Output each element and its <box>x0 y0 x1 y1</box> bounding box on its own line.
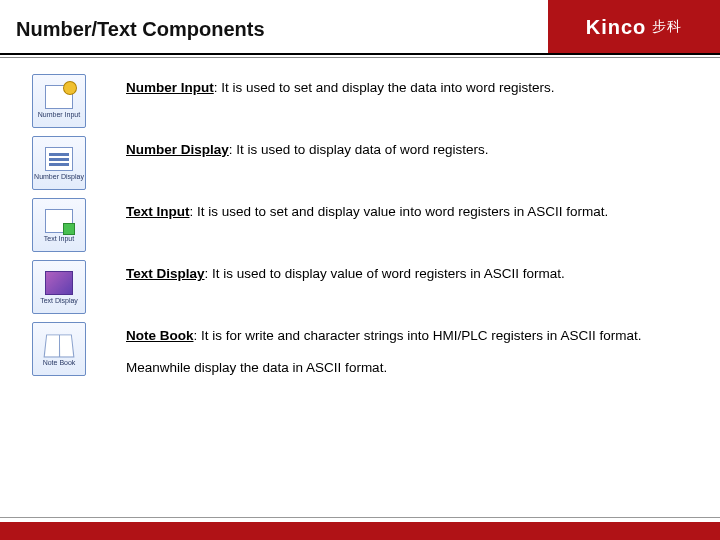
icon-caption: Number Display <box>34 173 84 180</box>
brand-text: Kinco <box>586 16 647 39</box>
header-rule-top <box>0 53 720 55</box>
component-text: Number Display: It is used to display da… <box>126 134 720 166</box>
term-desc: : It is used to display value of word re… <box>205 266 565 281</box>
term-desc: : It is used to set and display the data… <box>214 80 555 95</box>
term-label: Text Input <box>126 204 190 219</box>
term-desc: : It is used to display data of word reg… <box>229 142 489 157</box>
number-input-icon: Number Input <box>32 74 86 128</box>
text-input-icon: Text Input <box>32 198 86 252</box>
brand-cjk: 步科 <box>652 18 682 36</box>
page-title: Number/Text Components <box>16 18 265 41</box>
term-desc: : It is used to set and display value in… <box>190 204 609 219</box>
term-desc: : It is for write and character strings … <box>126 328 641 375</box>
icon-caption: Number Input <box>38 111 80 118</box>
icon-caption: Text Display <box>40 297 78 304</box>
component-row: Number Display Number Display: It is use… <box>0 134 720 190</box>
component-row: Number Input Number Input: It is used to… <box>0 72 720 128</box>
number-display-icon: Number Display <box>32 136 86 190</box>
component-text: Note Book: It is for write and character… <box>126 320 720 385</box>
component-row: Text Display Text Display: It is used to… <box>0 258 720 314</box>
text-display-icon: Text Display <box>32 260 86 314</box>
brand-logo: Kinco 步科 <box>548 0 720 54</box>
term-label: Note Book <box>126 328 194 343</box>
component-text: Text Display: It is used to display valu… <box>126 258 720 290</box>
header-rule-bottom <box>0 57 720 58</box>
note-book-icon: Note Book <box>32 322 86 376</box>
content-area: Number Input Number Input: It is used to… <box>0 72 720 391</box>
icon-caption: Note Book <box>43 359 76 366</box>
footer-accent-bar <box>0 522 720 540</box>
icon-caption: Text Input <box>44 235 74 242</box>
term-label: Text Display <box>126 266 205 281</box>
component-row: Text Input Text Input: It is used to set… <box>0 196 720 252</box>
term-label: Number Display <box>126 142 229 157</box>
component-text: Number Input: It is used to set and disp… <box>126 72 720 104</box>
term-label: Number Input <box>126 80 214 95</box>
component-text: Text Input: It is used to set and displa… <box>126 196 720 228</box>
component-row: Note Book Note Book: It is for write and… <box>0 320 720 385</box>
